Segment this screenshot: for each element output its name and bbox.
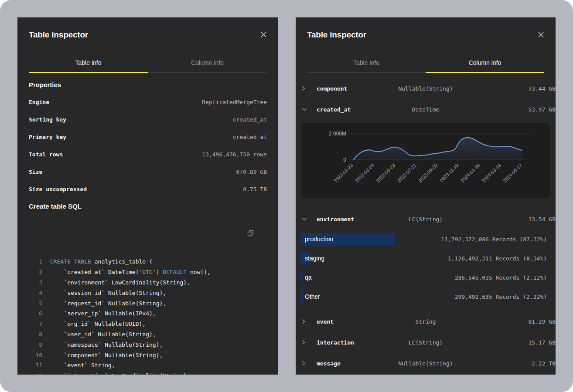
value-record-count: 299,492,635 Records (2.22%) (455, 294, 547, 300)
column-row-component[interactable]: componentNullable(String)73.44 GB (296, 78, 556, 99)
tab-label: Table info (353, 59, 379, 66)
sql-line-text: `request_id` Nullable(String), (42, 298, 166, 309)
column-name-cell: created_at (296, 106, 412, 113)
line-number: 8 (29, 329, 42, 340)
sql-line-text: `org_id` Nullable(UUID), (42, 319, 146, 329)
table-info-content: Properties EngineReplicatedMergeTreeSort… (17, 78, 278, 375)
properties-list: EngineReplicatedMergeTreeSorting keycrea… (29, 93, 267, 198)
property-label: Total rows (29, 151, 63, 158)
column-type: String (416, 318, 436, 325)
line-number: 2 (29, 267, 42, 277)
property-value: created_at (233, 134, 267, 140)
value-bar-row-qa: qa286,545,035 Records (2.12%) (296, 268, 556, 287)
property-label: Primary key (29, 134, 66, 140)
close-button[interactable] (260, 31, 267, 38)
column-size: 81.29 GB (436, 318, 556, 325)
copy-icon (247, 230, 254, 237)
modal-header: Table inspector (296, 17, 556, 52)
chevron-right-icon (302, 319, 305, 324)
sql-line-text: CREATE TABLE analytics_table ( (42, 257, 153, 267)
copy-sql-button[interactable] (230, 222, 255, 246)
y-axis-tick-label-max: 2 000M (329, 131, 346, 137)
x-axis-tick-label: 2023-03-24 (354, 162, 375, 183)
column-name: environment (317, 216, 354, 223)
column-row-interaction[interactable]: interactionLC(String)15.17 GB (296, 332, 556, 353)
column-type: LC(String) (409, 216, 443, 223)
value-record-count: 11,792,372,086 Records (87.32%) (441, 236, 547, 243)
y-axis-tick-label-zero: 0 (343, 157, 346, 163)
sql-line-text: `event` String, (42, 360, 115, 371)
area-fill (353, 138, 522, 160)
property-label: Size uncompressed (29, 186, 87, 193)
column-row-created_at[interactable]: created_atDateTime53.97 GB (296, 99, 556, 120)
sql-line: 9 `namespace` Nullable(String), (29, 340, 267, 350)
line-number: 9 (29, 340, 42, 350)
column-type: Nullable(String) (398, 360, 453, 367)
column-size: 2.22 TB (453, 360, 556, 367)
x-axis-tick-label: 2023-07-22 (396, 162, 417, 183)
sql-line: 12 `interaction` LowCardinality(String), (29, 371, 267, 375)
value-bar (300, 291, 303, 303)
line-number: 11 (29, 360, 42, 371)
x-axis-tick-label: 2023-01-23 (333, 162, 354, 183)
property-label: Engine (29, 99, 49, 105)
column-size: 73.44 GB (453, 85, 556, 92)
sql-line: 2 `created_at` DateTime('UTC') DEFAULT n… (29, 267, 267, 277)
sql-line-text: `environment` LowCardinality(String), (42, 277, 190, 288)
active-tab-underline (426, 72, 544, 73)
column-row-environment[interactable]: environmentLC(String)13.54 GB (296, 209, 556, 230)
column-name-cell: component (296, 85, 398, 92)
sql-line: 10 `component` Nullable(String), (29, 350, 267, 361)
modal-title: Table inspector (307, 30, 366, 40)
property-value: 8.75 TB (243, 186, 267, 193)
modal-title: Table inspector (29, 30, 88, 40)
line-number: 5 (29, 298, 42, 309)
value-label: production (305, 236, 333, 243)
column-row-event[interactable]: eventString81.29 GB (296, 311, 556, 332)
value-label: qa (305, 274, 312, 281)
tab-bar: Table infoColumn info (307, 52, 544, 73)
sql-line: 6 `server_ip` Nullable(IPv4), (29, 308, 267, 319)
table-inspector-modal-right: Table inspector Table infoColumn info co… (296, 17, 556, 375)
close-icon (260, 31, 267, 38)
sql-line: 11 `event` String, (29, 360, 267, 371)
property-row: EngineReplicatedMergeTree (29, 93, 267, 111)
property-row: Size uncompressed8.75 TB (29, 180, 267, 198)
sql-line-text: `server_ip` Nullable(IPv4), (42, 308, 156, 319)
sql-line: 8 `user_id` Nullable(String), (29, 329, 267, 340)
tab-table-info[interactable]: Table info (29, 52, 148, 73)
column-name: created_at (317, 106, 351, 113)
property-value: 670.89 GB (236, 169, 267, 175)
column-name-cell: event (296, 318, 416, 325)
tab-column-info[interactable]: Column info (148, 52, 267, 73)
line-number: 4 (29, 288, 42, 298)
chevron-down-icon (302, 217, 307, 221)
chevron-right-icon (302, 340, 305, 345)
tab-label: Column info (469, 59, 501, 66)
line-number: 7 (29, 319, 42, 329)
x-axis-tick-label: 2024-03-18 (481, 162, 502, 183)
area-chart-svg: 2 000M02023-01-232023-03-242023-05-23202… (301, 123, 550, 198)
property-row: Total rows13,496,476,750 rows (29, 145, 267, 163)
sql-line-text: `namespace` Nullable(String), (42, 340, 163, 350)
chevron-down-icon (302, 108, 307, 111)
column-size: 15.17 GB (443, 339, 556, 346)
x-axis-tick-label: 2024-05-17 (502, 162, 523, 183)
properties-heading: Properties (29, 78, 267, 91)
close-button[interactable] (538, 31, 544, 38)
column-row-message[interactable]: messageNullable(String)2.22 TB (296, 353, 556, 374)
column-type: Nullable(String) (398, 85, 453, 92)
tab-table-info[interactable]: Table info (307, 52, 426, 73)
chevron-right-icon (302, 361, 305, 366)
sql-line: 5 `request_id` Nullable(String), (29, 298, 267, 309)
sql-line-text: `session_id` Nullable(String), (42, 288, 166, 298)
tab-column-info[interactable]: Column info (426, 52, 544, 73)
create-table-sql-heading: Create table SQL (29, 200, 267, 213)
column-type: DateTime (412, 106, 440, 113)
line-number: 12 (29, 371, 42, 375)
value-record-count: 1,126,492,311 Records (8.34%) (448, 255, 547, 262)
x-axis-tick-label: 2023-11-19 (439, 162, 460, 183)
page-background: Table inspector Table infoColumn info Pr… (0, 0, 573, 392)
column-info-content: componentNullable(String)73.44 GBcreated… (296, 78, 556, 374)
value-bar-row-production: production11,792,372,086 Records (87.32%… (296, 230, 556, 249)
